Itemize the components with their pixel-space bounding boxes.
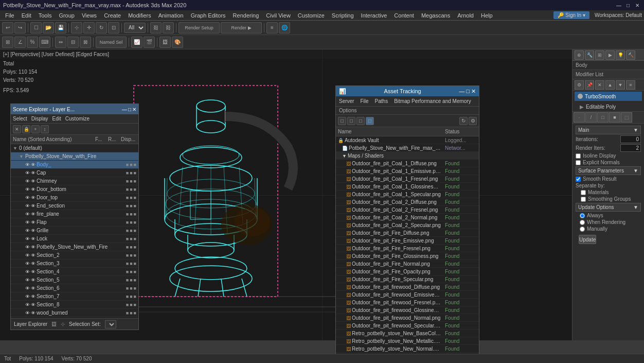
menu-tools[interactable]: Tools	[35, 12, 55, 19]
rp-main-section[interactable]: Main ▼	[576, 126, 641, 134]
percent-snap-btn[interactable]: %	[27, 37, 38, 48]
rp-move-up-btn[interactable]: ▲	[605, 80, 615, 90]
rp-smoothing-groups-checkbox[interactable]: Smoothing Groups	[581, 196, 641, 202]
align-btn[interactable]: ⊟	[67, 37, 79, 48]
menu-interactive[interactable]: Interactive	[358, 12, 390, 19]
rp-radio-always-input[interactable]	[580, 213, 585, 218]
at-row-t20[interactable]: 🖼Outdoor_fire_pit_firewood_Glossiness.pn…	[336, 306, 479, 314]
rp-materials-checkbox[interactable]: Materials	[581, 189, 641, 195]
at-row-t1[interactable]: 🖼Outdoor_fire_pit_Coal_1_Diffuse.pngFoun…	[336, 160, 479, 167]
menu-modifiers[interactable]: Modifiers	[125, 12, 154, 19]
menu-rendering[interactable]: Rendering	[230, 12, 262, 19]
se-row-wood-burned[interactable]: 👁👁wood_burned■■■	[11, 309, 138, 317]
render-setup-btn[interactable]: Render Setup	[178, 22, 220, 33]
at-options[interactable]: Options	[336, 107, 479, 115]
rp-update-button[interactable]: Update	[579, 235, 596, 244]
at-btn-3[interactable]: □	[356, 117, 365, 125]
rp-delete-btn[interactable]: ✕	[595, 80, 604, 90]
rp-materials-check[interactable]	[581, 190, 586, 195]
at-row-t3[interactable]: 🖼Outdoor_fire_pit_Coal_1_Fresnel.pngFoun…	[336, 175, 479, 183]
rp-configure-btn[interactable]: ⚙	[575, 80, 584, 90]
spinner-snap-btn[interactable]: ⌨	[39, 37, 50, 48]
menu-group[interactable]: Group	[56, 12, 78, 19]
rp-tab-border[interactable]: □	[597, 112, 609, 123]
sign-in-btn[interactable]: 🔑 Sign In ▾	[553, 11, 589, 19]
se-row-fire-plane[interactable]: 👁👁fire_plane■■■	[11, 210, 138, 218]
rp-explicit-normals-check[interactable]	[576, 160, 581, 165]
at-row-t23[interactable]: 🖼Retro_potbelly_stove_New_BaseColor.pngF…	[336, 330, 479, 337]
rp-radio-always[interactable]: Always	[580, 213, 641, 218]
at-row-t7[interactable]: 🖼Outdoor_fire_pit_Coal_2_Fresnel.pngFoun…	[336, 206, 479, 214]
rp-pin-btn[interactable]: 📌	[585, 80, 594, 90]
curve-editor-btn[interactable]: 📈	[131, 37, 142, 48]
se-row-default[interactable]: ▼ 0 (default)	[11, 144, 138, 152]
link-btn[interactable]: ⛓	[150, 22, 162, 33]
rp-isoline-check[interactable]	[576, 153, 581, 159]
at-row-t24[interactable]: 🖼Retro_potbelly_stove_New_Metallic.pngFo…	[336, 337, 479, 345]
rp-radio-manually[interactable]: Manually	[580, 226, 641, 232]
se-row-door-bottom[interactable]: 👁👁Door_bottom■■■	[11, 185, 138, 194]
rotate-btn[interactable]: ↻	[96, 22, 107, 33]
se-row-end-section[interactable]: 👁👁End_section■■■	[11, 202, 138, 210]
menu-file[interactable]: File	[2, 12, 17, 19]
menu-customize[interactable]: Customize	[295, 12, 328, 19]
se-lock-btn[interactable]: 🔒	[22, 125, 30, 133]
se-row-section3[interactable]: 👁👁Section_3■■■	[11, 260, 138, 268]
layers-btn[interactable]: ≡	[266, 22, 278, 33]
se-row-section5[interactable]: 👁👁Section_5■■■	[11, 276, 138, 284]
at-row-t8[interactable]: 🖼Outdoor_fire_pit_Coal_2_Normal.pngFound	[336, 214, 479, 221]
at-refresh-btn[interactable]: ↻	[459, 117, 468, 125]
at-row-t9[interactable]: 🖼Outdoor_fire_pit_Coal_2_Specular.pngFou…	[336, 221, 479, 229]
menu-content[interactable]: Content	[391, 12, 417, 19]
rp-radio-when-rendering-input[interactable]	[580, 220, 585, 225]
at-row-t6[interactable]: 🖼Outdoor_fire_pit_Coal_2_Diffuse.pngFoun…	[336, 198, 479, 206]
angle-snap-btn[interactable]: ∠	[14, 37, 26, 48]
mirror-btn[interactable]: ⇔	[55, 37, 66, 48]
unlink-btn[interactable]: ⛓	[163, 22, 174, 33]
rp-update-section[interactable]: Update Options ▼	[576, 203, 641, 212]
se-maximize-btn[interactable]: □	[128, 107, 131, 112]
at-settings-btn[interactable]: ⚙	[469, 117, 477, 125]
material-editor-btn[interactable]: 🎨	[172, 37, 183, 48]
rp-surface-section[interactable]: Surface Parameters ▼	[576, 166, 641, 175]
at-row-t2[interactable]: 🖼Outdoor_fire_pit_Coal_1_Emissive.pngFou…	[336, 167, 479, 175]
rp-view-all-btn[interactable]: ≡	[626, 80, 635, 90]
se-menu-display[interactable]: Display	[31, 116, 48, 122]
at-row-t17[interactable]: 🖼Outdoor_fire_pit_firewood_Diffuse.pngFo…	[336, 283, 479, 291]
rp-render-iters-input[interactable]	[620, 144, 641, 152]
at-minimize-btn[interactable]: —	[459, 88, 464, 95]
se-close-btn[interactable]: ✕	[132, 107, 136, 112]
se-row-door-top[interactable]: 👁👁Door_top■■■	[11, 194, 138, 202]
se-row-cap[interactable]: 👁👁Cap■■■	[11, 169, 138, 177]
rp-smooth-result-check[interactable]	[576, 177, 581, 182]
at-row-t18[interactable]: 🖼Outdoor_fire_pit_firewood_Emissive.pngF…	[336, 291, 479, 299]
at-row-vault[interactable]: 🔒Autodesk Vault Logged...	[336, 136, 479, 144]
se-row-flap[interactable]: 👁👁Flap■■■	[11, 218, 138, 227]
select-filter-dropdown[interactable]: All	[124, 23, 146, 33]
at-btn-4[interactable]: □	[366, 117, 374, 125]
move-btn[interactable]: ✛	[83, 22, 95, 33]
at-row-t19[interactable]: 🖼Outdoor_fire_pit_firewood_Fresnel.pngFo…	[336, 299, 479, 306]
se-row-section4[interactable]: 👁👁Section_4■■■	[11, 268, 138, 276]
se-add-btn[interactable]: +	[31, 125, 40, 133]
menu-create[interactable]: Create	[101, 12, 124, 19]
menu-graph-editors[interactable]: Graph Editors	[188, 12, 229, 19]
open-btn[interactable]: 📂	[43, 22, 54, 33]
rp-utilities-icon[interactable]: 🔨	[626, 50, 635, 60]
render-view-btn[interactable]: 🖼	[159, 37, 171, 48]
se-menu-select[interactable]: Select	[13, 116, 27, 122]
rp-smooth-result-checkbox[interactable]: Smooth Result	[576, 176, 641, 182]
render-btn[interactable]: Render ▶	[221, 22, 262, 33]
at-row-t22[interactable]: 🖼Outdoor_fire_pit_firewood_Specular.pngF…	[336, 322, 479, 330]
snap-btn[interactable]: ⊞	[2, 37, 13, 48]
redo-btn[interactable]: ↪	[14, 22, 26, 33]
rp-smoothing-groups-check[interactable]	[581, 197, 586, 202]
rp-hierarchy-icon[interactable]: ⊞	[595, 50, 604, 60]
rp-tab-poly[interactable]: ■	[609, 112, 620, 123]
at-maximize-btn[interactable]: □	[466, 88, 470, 95]
at-row-t4[interactable]: 🖼Outdoor_fire_pit_Coal_1_Glossiness.pngF…	[336, 183, 479, 191]
at-close-btn[interactable]: ✕	[471, 88, 476, 95]
menu-civil-view[interactable]: Civil View	[263, 12, 293, 19]
named-sel-btn[interactable]: Named Sel	[96, 37, 127, 48]
at-row-t25[interactable]: 🖼Retro_potbelly_stove_New_Normal.pngFoun…	[336, 345, 479, 353]
